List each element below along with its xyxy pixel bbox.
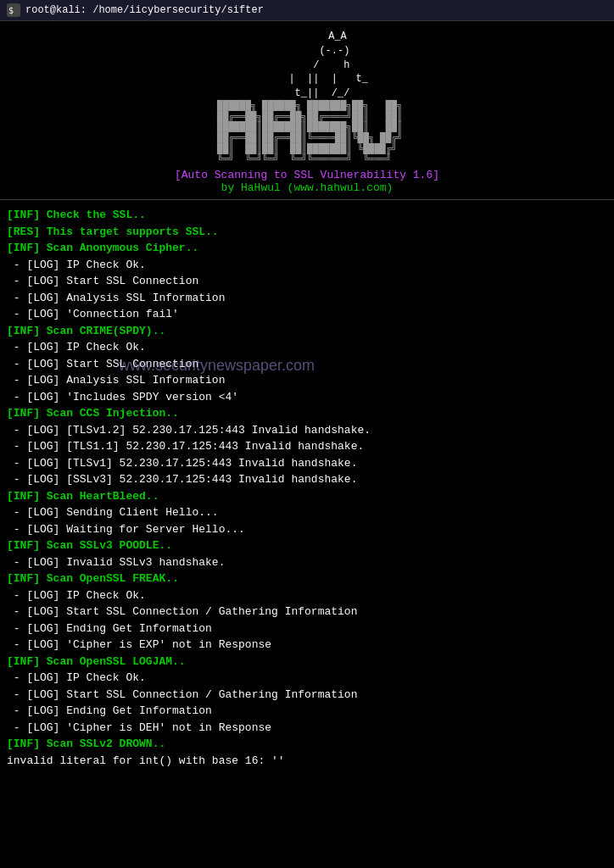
terminal-line: [INF] Scan OpenSSL LOGJAM.. — [7, 654, 607, 670]
terminal-line: [INF] Scan SSLv3 POODLE.. — [7, 537, 607, 554]
logo-block-art: ██████╗ ██████╗ ███████╗██╗ ██╗ ██╔══██╗… — [211, 101, 402, 165]
watermark-container: www.securitynewspaper.com [INF] Check th… — [0, 200, 614, 776]
terminal-line: - [LOG] Invalid SSLv3 handshake. — [7, 554, 607, 571]
author-text: by HaHwul (www.hahwul.com) — [0, 181, 614, 194]
terminal-line: - [LOG] [TLSv1.2] 52.230.17.125:443 Inva… — [7, 422, 607, 439]
terminal-line: - [LOG] Sending Client Hello... — [7, 504, 607, 521]
terminal-line: invalid literal for int() with base 16: … — [7, 753, 607, 770]
terminal-line: [INF] Check the SSL.. — [7, 207, 607, 224]
terminal-line: [INF] Scan CRIME(SPDY).. — [7, 323, 607, 340]
svg-text:$: $ — [8, 6, 14, 15]
terminal-icon: $ — [7, 3, 20, 17]
title-bar-label: root@kali: /home/iicybersecurity/sifter — [25, 4, 264, 16]
terminal-line: - [LOG] Start SSL Connection / Gathering… — [7, 687, 607, 704]
terminal-line: - [LOG] 'Cipher is DEH' not in Response — [7, 720, 607, 737]
terminal-line: - [LOG] 'Connection fail' — [7, 306, 607, 323]
banner-section: A_A (-.-) / h | || | t_ t_|| /_/ ██████╗… — [0, 21, 614, 200]
terminal-line: - [LOG] IP Check Ok. — [7, 670, 607, 687]
terminal-output: [INF] Check the SSL..[RES] This target s… — [0, 200, 614, 776]
terminal-line: - [LOG] 'Cipher is EXP' not in Response — [7, 637, 607, 654]
terminal-line: [INF] Scan OpenSSL FREAK.. — [7, 570, 607, 587]
terminal-line: [RES] This target supports SSL.. — [7, 224, 607, 241]
terminal-line: - [LOG] IP Check Ok. — [7, 339, 607, 356]
terminal-line: [INF] Scan HeartBleed.. — [7, 488, 607, 505]
terminal-line: - [LOG] Waiting for Server Hello... — [7, 521, 607, 538]
terminal-line: - [LOG] Start SSL Connection — [7, 273, 607, 290]
terminal-line: - [LOG] [TLS1.1] 52.230.17.125:443 Inval… — [7, 438, 607, 455]
terminal-line: - [LOG] [TLSv1] 52.230.17.125:443 Invali… — [7, 455, 607, 472]
terminal-line: - [LOG] Analysis SSL Information — [7, 290, 607, 307]
terminal-line: - [LOG] Analysis SSL Information — [7, 372, 607, 389]
terminal-line: [INF] Scan SSLv2 DROWN.. — [7, 736, 607, 753]
subtitle-text: [Auto Scanning to SSL Vulnerability 1.6] — [0, 169, 614, 181]
terminal-line: - [LOG] Ending Get Information — [7, 703, 607, 720]
terminal-line: [INF] Scan CCS Injection.. — [7, 405, 607, 422]
ascii-art-top: A_A (-.-) / h | || | t_ t_|| /_/ — [0, 30, 614, 101]
terminal-line: - [LOG] Start SSL Connection — [7, 356, 607, 373]
title-bar: $ root@kali: /home/iicybersecurity/sifte… — [0, 0, 614, 21]
terminal-line: - [LOG] 'Includes SPDY version <4' — [7, 389, 607, 406]
terminal-line: - [LOG] IP Check Ok. — [7, 587, 607, 604]
terminal-line: [INF] Scan Anonymous Cipher.. — [7, 240, 607, 257]
terminal-line: - [LOG] Ending Get Information — [7, 620, 607, 637]
terminal-line: - [LOG] IP Check Ok. — [7, 257, 607, 274]
terminal-line: - [LOG] [SSLv3] 52.230.17.125:443 Invali… — [7, 471, 607, 488]
terminal-line: - [LOG] Start SSL Connection / Gathering… — [7, 604, 607, 620]
